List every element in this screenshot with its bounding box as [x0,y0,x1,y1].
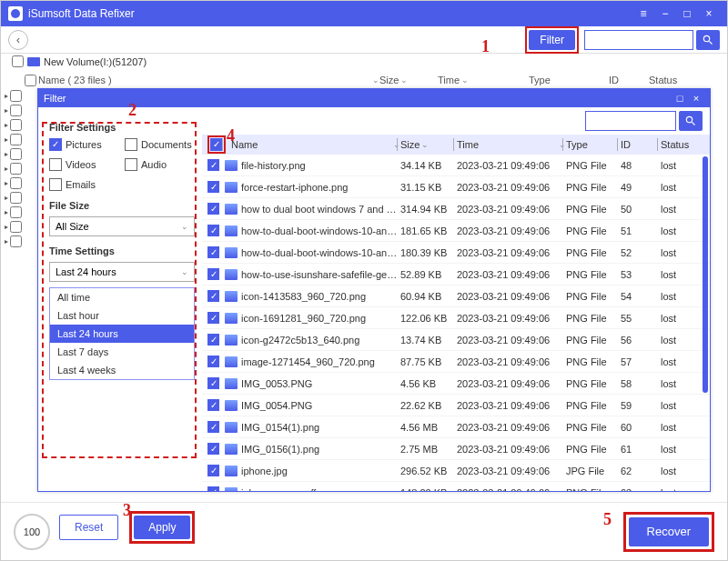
row-checkbox[interactable] [207,334,219,346]
chevron-down-icon: ⌄ [181,267,188,276]
reset-button[interactable]: Reset [59,515,118,540]
tree-item[interactable]: ▸ [5,219,37,234]
table-row[interactable]: icon-1691281_960_720.png122.06 KB2023-03… [202,307,710,329]
filter-close-icon[interactable]: × [688,93,704,104]
table-row[interactable]: how to dual boot windows 7 and windo314.… [202,198,710,220]
tree-item[interactable]: ▸ [5,205,37,219]
menu-icon[interactable]: ≡ [632,5,654,23]
cell-id: 56 [621,335,661,346]
filter-type-videos[interactable]: Videos [49,158,119,171]
tree-item[interactable]: ▸ [5,234,37,248]
recover-button[interactable]: Recover [629,517,709,546]
filter-button[interactable]: Filter [529,30,575,50]
filter-type-emails[interactable]: Emails [49,178,119,191]
time-option[interactable]: Last 4 weeks [50,361,194,379]
row-checkbox[interactable] [207,443,219,455]
row-checkbox[interactable] [207,421,219,433]
table-row[interactable]: image-1271454_960_720.png87.75 KB2023-03… [202,351,710,373]
table-row[interactable]: how-to-dual-boot-windows-10-and-wi180.39… [202,242,710,264]
minimize-icon[interactable]: − [654,5,676,23]
back-button[interactable]: ‹ [8,30,28,50]
filter-search-button[interactable] [679,111,703,131]
search-icon [702,34,714,46]
cell-size: 31.15 KB [400,182,457,193]
time-option[interactable]: Last 7 days [50,343,194,361]
table-row[interactable]: icon-1413583_960_720.png60.94 KB2023-03-… [202,286,710,307]
time-option[interactable]: Last 24 hours [50,325,194,343]
bg-select-all[interactable] [25,75,36,86]
top-toolbar: ‹ Filter [1,26,727,54]
filter-type-documents[interactable]: Documents [125,138,195,151]
table-row[interactable]: IMG_0053.PNG4.56 KB2023-03-21 09:49:06PN… [202,373,710,395]
row-checkbox[interactable] [207,290,219,302]
select-all-checkbox[interactable] [210,138,223,151]
row-checkbox[interactable] [207,225,219,236]
search-button[interactable] [696,30,720,50]
cell-time: 2023-03-21 09:49:06 [457,356,566,367]
col-size[interactable]: Size [400,139,420,150]
filter-maximize-icon[interactable]: □ [672,93,688,104]
cell-id: 59 [621,400,661,411]
table-row[interactable]: how-to-dual-boot-windows-10-and-wi181.65… [202,220,710,242]
row-checkbox[interactable] [207,399,219,411]
bg-col-size: Size [379,75,399,85]
row-checkbox[interactable] [207,159,219,171]
checkbox-icon[interactable] [49,158,62,171]
col-id[interactable]: ID [621,139,631,150]
row-checkbox[interactable] [207,486,219,491]
cell-status: lost [661,247,701,258]
table-row[interactable]: iphone.jpg296.52 KB2023-03-21 09:49:06JP… [202,460,710,482]
row-checkbox[interactable] [207,465,219,476]
table-row[interactable]: file-history.png34.14 KB2023-03-21 09:49… [202,155,710,176]
row-checkbox[interactable] [207,356,219,367]
tree-item[interactable]: ▸ [5,146,37,161]
filter-search-input[interactable] [585,111,676,131]
volume-checkbox[interactable] [12,55,24,67]
time-option[interactable]: Last hour [50,306,194,325]
checkbox-icon[interactable] [49,138,62,151]
checkbox-icon[interactable] [125,158,137,171]
cell-status: lost [661,313,701,324]
tree-item[interactable]: ▸ [5,103,37,117]
row-checkbox[interactable] [207,268,219,280]
tree-item[interactable]: ▸ [5,175,37,190]
table-row[interactable]: IMG_0154(1).png4.56 MB2023-03-21 09:49:0… [202,416,710,438]
table-row[interactable]: icon-g2472c5b13_640.png13.74 KB2023-03-2… [202,329,710,351]
row-checkbox[interactable] [207,203,219,215]
apply-button[interactable]: Apply [134,516,190,539]
cell-name: image-1271454_960_720.png [241,356,400,367]
table-row[interactable]: how-to-use-isunshare-safefile-genius.p52… [202,264,710,286]
scrollbar[interactable] [703,156,708,393]
col-time[interactable]: Time [457,139,479,150]
search-icon [684,115,697,127]
time-option[interactable]: All time [50,288,194,306]
filter-type-audio[interactable]: Audio [125,158,195,171]
table-row[interactable]: IMG_0156(1).png2.75 MB2023-03-21 09:49:0… [202,438,710,460]
file-size-select[interactable]: All Size ⌄ [49,216,195,236]
table-row[interactable]: IMG_0054.PNG22.62 KB2023-03-21 09:49:06P… [202,395,710,416]
search-input[interactable] [584,30,693,50]
tree-item[interactable]: ▸ [5,132,37,146]
time-settings-select[interactable]: Last 24 hours ⌄ [49,262,195,282]
table-row[interactable]: iphone-power-off.png148.20 KB2023-03-21 … [202,482,710,491]
col-name[interactable]: Name [231,139,258,150]
filter-type-pictures[interactable]: Pictures [49,138,119,151]
table-row[interactable]: force-restart-iphone.png31.15 KB2023-03-… [202,176,710,198]
col-status[interactable]: Status [661,139,689,150]
cell-size: 122.06 KB [400,313,457,324]
close-icon[interactable]: × [698,5,720,23]
tree-item[interactable]: ▸ [5,161,37,175]
row-checkbox[interactable] [207,246,219,258]
checkbox-icon[interactable] [49,178,62,191]
checkbox-icon[interactable] [125,138,137,151]
row-checkbox[interactable] [207,181,219,193]
row-checkbox[interactable] [207,312,219,324]
col-type[interactable]: Type [566,139,588,150]
tree-item[interactable]: ▸ [5,117,37,132]
cell-id: 54 [621,291,661,302]
row-checkbox[interactable] [207,377,219,389]
table-header: Name⌄ Size⌄ Time⌄ Type ID Status [202,135,710,155]
maximize-icon[interactable]: □ [676,5,698,23]
tree-item[interactable]: ▸ [5,190,37,205]
tree-item[interactable]: ▸ [5,88,37,103]
